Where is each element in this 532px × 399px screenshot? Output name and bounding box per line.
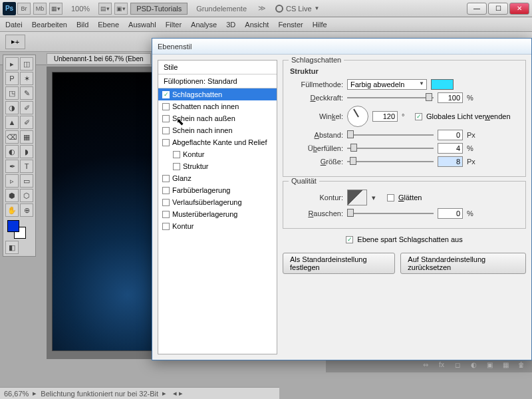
spread-slider[interactable] — [347, 147, 434, 150]
screen-icon[interactable]: ▣▾ — [114, 3, 128, 15]
minimize-button[interactable]: — — [467, 3, 487, 15]
menu-analyse[interactable]: Analyse — [191, 21, 217, 29]
brush-tool[interactable]: ✐ — [20, 101, 33, 114]
menu-filter[interactable]: Filter — [166, 21, 182, 29]
style-checkbox-3[interactable] — [162, 127, 170, 134]
style-item-11[interactable]: Kontur — [158, 220, 277, 232]
new-layer-icon[interactable]: ▦ — [500, 360, 511, 370]
global-light-checkbox[interactable]: ✓ — [415, 113, 422, 120]
zoom-level[interactable]: 100% — [65, 3, 96, 15]
trash-icon[interactable]: 🗑 — [516, 360, 527, 370]
color-swatches[interactable] — [5, 218, 33, 239]
quickmask-tool[interactable]: ◧ — [5, 241, 19, 254]
style-item-9[interactable]: Verlaufsüberlagerung — [158, 196, 277, 208]
maximize-button[interactable]: ☐ — [488, 3, 508, 15]
adjustment-icon[interactable]: ◐ — [468, 360, 479, 370]
noise-input[interactable]: 0 — [438, 208, 463, 219]
menu-hilfe[interactable]: Hilfe — [313, 21, 327, 29]
style-checkbox-11[interactable] — [162, 223, 170, 230]
style-item-3[interactable]: Schein nach innen — [158, 124, 277, 136]
style-checkbox-0[interactable]: ✓ — [162, 91, 170, 98]
angle-dial[interactable] — [347, 106, 368, 127]
move-tool[interactable]: ▸ — [5, 57, 19, 70]
size-slider[interactable] — [347, 160, 434, 163]
workspace-more-icon[interactable]: ≫ — [258, 4, 266, 13]
bridge-icon[interactable]: Br — [17, 3, 31, 15]
style-checkbox-8[interactable] — [162, 187, 170, 194]
fx-icon[interactable]: fx — [436, 360, 447, 370]
distance-input[interactable]: 0 — [438, 130, 463, 140]
style-checkbox-2[interactable] — [162, 115, 170, 122]
reset-default-button[interactable]: Auf Standardeinstellung zurücksetzen — [400, 253, 526, 274]
noise-slider[interactable] — [347, 212, 434, 215]
pen-tool[interactable]: ✒ — [5, 160, 19, 173]
style-checkbox-1[interactable] — [162, 103, 170, 110]
arrange-icon[interactable]: ▤▾ — [98, 3, 112, 15]
style-checkbox-9[interactable] — [162, 199, 170, 206]
status-zoom[interactable]: 66,67% — [4, 390, 29, 398]
opacity-slider[interactable] — [347, 96, 434, 99]
current-tool-icon[interactable]: ▸+ — [5, 35, 25, 49]
screenmode-icon[interactable]: ▦▾ — [49, 3, 63, 15]
menu-ebene[interactable]: Ebene — [98, 21, 119, 29]
cs-live[interactable]: CS Live ▼ — [275, 5, 319, 13]
heal-tool[interactable]: ◑ — [5, 101, 19, 114]
opacity-input[interactable]: 100 — [438, 92, 463, 103]
3d-tool[interactable]: ⬢ — [5, 189, 19, 202]
style-item-0[interactable]: ✓Schlagschatten — [158, 88, 277, 100]
crop-tool[interactable]: ◳ — [5, 86, 19, 100]
menu-3d[interactable]: 3D — [226, 21, 235, 29]
eyedropper-tool[interactable]: ✎ — [20, 86, 33, 100]
minibridge-icon[interactable]: Mb — [33, 3, 47, 15]
path-tool[interactable]: ▹ — [5, 174, 19, 188]
menu-auswahl[interactable]: Auswahl — [128, 21, 156, 29]
contour-picker[interactable] — [347, 190, 367, 205]
blur-tool[interactable]: ◐ — [5, 145, 19, 158]
eraser-tool[interactable]: ⌫ — [5, 130, 19, 144]
style-checkbox-6[interactable] — [173, 163, 180, 170]
style-checkbox-4[interactable] — [162, 139, 170, 146]
history-brush-tool[interactable]: ✐ — [20, 116, 33, 129]
zoom-tool[interactable]: ⊕ — [20, 203, 33, 217]
marquee-tool[interactable]: ◫ — [20, 57, 33, 70]
wand-tool[interactable]: ✶ — [20, 72, 33, 85]
gradient-tool[interactable]: ▦ — [20, 130, 33, 144]
menu-bild[interactable]: Bild — [76, 21, 88, 29]
antialias-checkbox[interactable] — [387, 194, 394, 201]
style-item-6[interactable]: Struktur — [158, 160, 277, 172]
workspace-grundelemente[interactable]: Grundelemente — [190, 3, 253, 15]
style-item-2[interactable]: Schein nach außen — [158, 112, 277, 124]
menu-ansicht[interactable]: Ansicht — [245, 21, 269, 29]
style-checkbox-7[interactable] — [162, 175, 170, 182]
shape-tool[interactable]: ▭ — [20, 174, 33, 188]
workspace-psd-tutorials[interactable]: PSD-Tutorials — [130, 3, 188, 15]
stamp-tool[interactable]: ▲ — [5, 116, 19, 129]
menu-bearbeiten[interactable]: Bearbeiten — [32, 21, 67, 29]
menu-fenster[interactable]: Fenster — [278, 21, 303, 29]
style-item-4[interactable]: Abgeflachte Kante und Relief — [158, 136, 277, 148]
menu-datei[interactable]: Datei — [5, 21, 23, 29]
styles-header[interactable]: Stile — [158, 61, 277, 74]
make-default-button[interactable]: Als Standardeinstellung festlegen — [283, 253, 395, 274]
fg-color-swatch[interactable] — [7, 220, 19, 232]
link-icon[interactable]: ⇔ — [420, 360, 431, 370]
spread-input[interactable]: 4 — [438, 143, 463, 154]
distance-slider[interactable] — [347, 134, 434, 136]
size-input[interactable]: 8 — [438, 156, 463, 167]
style-item-1[interactable]: Schatten nach innen — [158, 100, 277, 112]
type-tool[interactable]: T — [20, 160, 33, 173]
style-item-10[interactable]: Musterüberlagerung — [158, 208, 277, 220]
folder-icon[interactable]: ▣ — [484, 360, 495, 370]
close-button[interactable]: ✕ — [509, 3, 529, 15]
style-checkbox-5[interactable] — [173, 151, 180, 158]
blend-mode-select[interactable]: Farbig abwedeln — [347, 79, 427, 90]
knockout-checkbox[interactable]: ✓ — [346, 236, 353, 243]
style-item-7[interactable]: Glanz — [158, 172, 277, 184]
shadow-color-chip[interactable] — [431, 79, 454, 90]
mask-icon[interactable]: ◻ — [452, 360, 463, 370]
style-checkbox-10[interactable] — [162, 211, 170, 218]
fill-options[interactable]: Fülloptionen: Standard — [158, 74, 277, 88]
lasso-tool[interactable]: P — [5, 72, 19, 85]
3d-camera-tool[interactable]: ⬡ — [20, 189, 33, 202]
style-item-5[interactable]: Kontur — [158, 148, 277, 160]
